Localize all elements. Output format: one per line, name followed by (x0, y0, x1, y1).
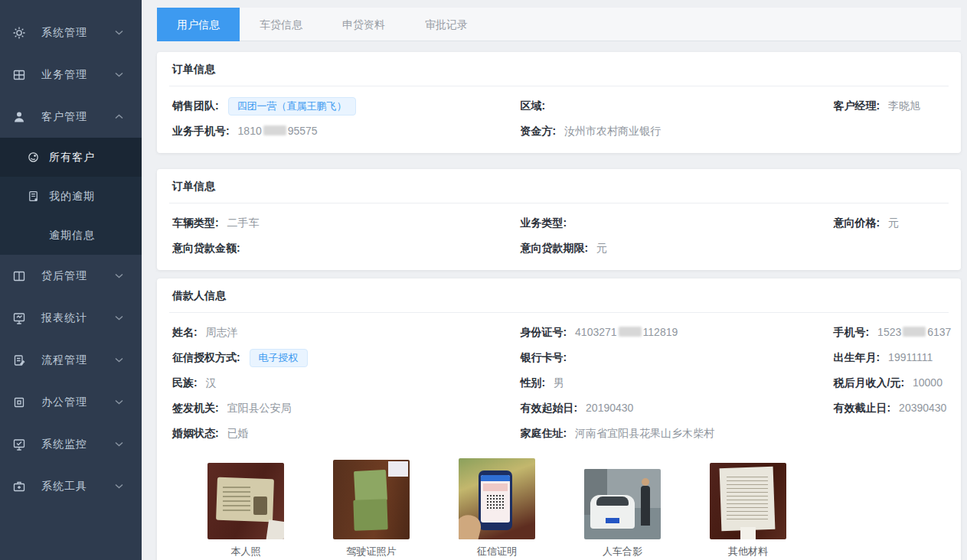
field-business-type: 业务类型: (521, 217, 834, 230)
book-icon (12, 269, 26, 283)
field-value: 4103271112819 (575, 326, 678, 338)
main-content: 用户信息 车贷信息 申贷资料 审批记录 订单信息 销售团队: 四团一营（直属王鹏… (142, 0, 967, 560)
field-label: 手机号: (834, 326, 870, 338)
photo-id-card[interactable] (207, 463, 284, 539)
sidebar-item-label: 流程管理 (41, 353, 115, 367)
redaction-blur (619, 327, 642, 337)
photo-caption: 人车合影 (603, 545, 642, 558)
chevron-down-icon (115, 72, 123, 77)
field-value: 宜阳县公安局 (227, 402, 292, 414)
chevron-down-icon (115, 315, 123, 321)
credit-auth-tag[interactable]: 电子授权 (250, 349, 308, 367)
borrower-info-card: 借款人信息 姓名: 周志洋 身份证号: 4103271112819 手机号: 1… (157, 278, 961, 560)
toolbox-icon (12, 480, 26, 493)
field-account-manager: 客户经理: 李晓旭 (834, 99, 946, 113)
sidebar-item-business-mgmt[interactable]: 业务管理 (0, 54, 142, 96)
field-value: 20390430 (899, 402, 946, 414)
clipboard-icon (12, 353, 26, 367)
field-home-address: 家庭住址: 河南省宜阳县花果山乡木柴村 (521, 427, 834, 441)
field-label: 婚姻状态: (172, 427, 219, 439)
field-value: 已婚 (227, 427, 249, 439)
customers-icon (27, 151, 40, 164)
field-value: 周志洋 (206, 326, 238, 338)
photo-drivers-license[interactable] (333, 460, 410, 539)
grid-icon (12, 68, 26, 82)
field-label: 身份证号: (521, 326, 567, 338)
photo-credit-proof-phone[interactable] (459, 458, 535, 539)
sidebar-item-label: 逾期信息 (49, 229, 95, 243)
office-icon (12, 396, 26, 409)
field-business-phone: 业务手机号: 181095575 (172, 125, 521, 138)
sidebar-item-process-mgmt[interactable]: 流程管理 (0, 339, 142, 381)
chevron-down-icon (115, 273, 123, 278)
sidebar-item-label: 业务管理 (41, 68, 115, 82)
tab-approval-records[interactable]: 审批记录 (405, 8, 488, 41)
field-name: 姓名: 周志洋 (172, 326, 521, 340)
field-value: 19911111 (888, 351, 933, 363)
field-label: 有效起始日: (521, 402, 578, 414)
field-label: 业务类型: (521, 217, 567, 229)
field-value: 元 (888, 217, 899, 229)
sidebar-item-overdue-info[interactable]: 逾期信息 (0, 216, 142, 255)
photo-person-with-car[interactable] (584, 469, 661, 539)
field-marital-status: 婚姻状态: 已婚 (172, 427, 521, 441)
field-value: 二手车 (227, 217, 260, 229)
customer-mgmt-submenu: 所有客户 我的逾期 逾期信息 (0, 138, 142, 255)
field-label: 银行卡号: (521, 351, 567, 363)
sales-team-tag[interactable]: 四团一营（直属王鹏飞） (228, 97, 356, 116)
chevron-down-icon (115, 357, 123, 363)
field-label: 民族: (172, 376, 198, 389)
card-title: 借款人信息 (169, 278, 949, 313)
app-window: 系统管理 业务管理 客户管理 (0, 0, 967, 560)
monitor-icon (12, 311, 26, 325)
chevron-down-icon (115, 399, 123, 405)
order-info-card-2: 订单信息 车辆类型: 二手车 业务类型: 意向价格: 元 (157, 169, 961, 270)
sidebar-item-postloan-mgmt[interactable]: 贷后管理 (0, 255, 142, 297)
field-issuing-authority: 签发机关: 宜阳县公安局 (172, 402, 521, 415)
sidebar-item-label: 办公管理 (41, 396, 115, 409)
sidebar-item-report-stats[interactable]: 报表统计 (0, 297, 142, 339)
field-value: 汝州市农村商业银行 (564, 125, 661, 137)
photo-caption: 本人照 (231, 545, 261, 558)
field-value: 汉 (206, 376, 217, 389)
redaction-blur (903, 327, 926, 337)
field-value: 元 (596, 242, 607, 254)
sidebar-item-label: 所有客户 (49, 151, 95, 164)
field-label: 签发机关: (172, 402, 219, 414)
field-sales-team: 销售团队: 四团一营（直属王鹏飞） (172, 97, 521, 116)
photo-document-paper[interactable] (710, 463, 786, 539)
field-label: 家庭住址: (521, 427, 567, 439)
sidebar-item-customer-mgmt[interactable]: 客户管理 (0, 96, 142, 138)
field-intent-price: 意向价格: 元 (834, 217, 946, 230)
tab-loan-application-docs[interactable]: 申贷资料 (322, 8, 405, 41)
tab-user-info[interactable]: 用户信息 (157, 8, 240, 41)
field-intent-loan-term: 意向贷款期限: 元 (521, 242, 834, 256)
sidebar-item-label: 报表统计 (41, 311, 115, 325)
sidebar-item-label: 贷后管理 (41, 269, 115, 283)
monitor-check-icon (12, 438, 26, 451)
sidebar-item-system-mgmt[interactable]: 系统管理 (0, 11, 142, 54)
field-label: 车辆类型: (172, 217, 219, 229)
sidebar-item-my-overdue[interactable]: 我的逾期 (0, 177, 142, 216)
field-monthly-income: 税后月收入/元: 10000 (834, 376, 946, 390)
field-ethnicity: 民族: 汉 (172, 376, 521, 390)
field-valid-from: 有效起始日: 20190430 (521, 402, 834, 415)
sidebar-item-all-customers[interactable]: 所有客户 (0, 138, 142, 177)
field-label: 征信授权方式: (172, 351, 240, 363)
field-label: 出生年月: (834, 351, 880, 363)
sidebar-item-system-tools[interactable]: 系统工具 (0, 465, 142, 507)
document-photo-row: 本人照 驾驶证照片 征信证明 (172, 458, 946, 558)
field-label: 客户经理: (834, 99, 880, 112)
photo-caption: 驾驶证照片 (347, 545, 397, 558)
tab-car-loan-info[interactable]: 车贷信息 (240, 8, 322, 41)
detail-tabs: 用户信息 车贷信息 申贷资料 审批记录 (157, 8, 961, 41)
sidebar-item-office-mgmt[interactable]: 办公管理 (0, 381, 142, 423)
field-id-number: 身份证号: 4103271112819 (521, 326, 834, 340)
field-label: 意向贷款期限: (521, 242, 589, 254)
gear-icon (12, 26, 26, 40)
sidebar-item-label: 系统监控 (41, 438, 115, 451)
photo-caption: 征信证明 (477, 545, 517, 558)
sidebar-item-system-monitor[interactable]: 系统监控 (0, 423, 142, 465)
field-credit-auth-method: 征信授权方式: 电子授权 (172, 349, 521, 367)
field-label: 业务手机号: (172, 125, 230, 137)
